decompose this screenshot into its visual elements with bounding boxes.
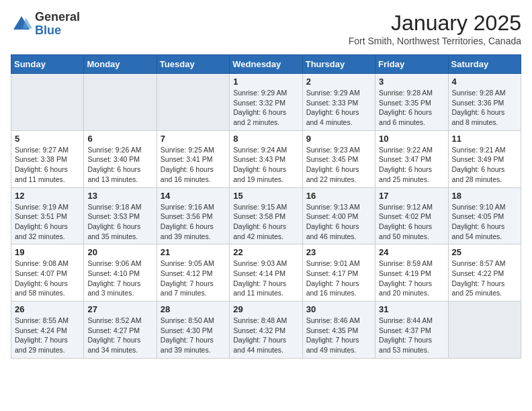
day-info: Sunrise: 8:46 AM Sunset: 4:35 PM Dayligh… xyxy=(306,316,371,355)
logo-icon xyxy=(11,13,32,35)
day-number: 6 xyxy=(87,134,152,144)
month-title: January 2025 xyxy=(349,11,521,36)
day-info: Sunrise: 9:10 AM Sunset: 4:05 PM Dayligh… xyxy=(452,202,517,242)
day-number: 10 xyxy=(379,134,444,144)
day-number: 23 xyxy=(306,247,371,257)
day-number: 8 xyxy=(233,134,298,144)
calendar-table: SundayMondayTuesdayWednesdayThursdayFrid… xyxy=(11,54,521,359)
calendar-day-cell xyxy=(11,74,84,131)
logo-blue: Blue xyxy=(35,24,80,38)
day-info: Sunrise: 8:59 AM Sunset: 4:19 PM Dayligh… xyxy=(379,259,444,298)
day-number: 27 xyxy=(87,304,152,314)
calendar-week-5: 26Sunrise: 8:55 AM Sunset: 4:24 PM Dayli… xyxy=(11,302,521,359)
day-number: 29 xyxy=(233,304,298,314)
day-number: 15 xyxy=(233,191,298,201)
calendar-day-cell: 26Sunrise: 8:55 AM Sunset: 4:24 PM Dayli… xyxy=(11,302,84,359)
calendar-day-cell: 2Sunrise: 9:29 AM Sunset: 3:33 PM Daylig… xyxy=(302,74,375,131)
calendar-day-cell: 3Sunrise: 9:28 AM Sunset: 3:35 PM Daylig… xyxy=(375,74,448,131)
day-number: 19 xyxy=(15,247,80,257)
day-number: 25 xyxy=(452,247,517,257)
day-info: Sunrise: 9:12 AM Sunset: 4:02 PM Dayligh… xyxy=(379,202,444,242)
calendar-day-cell: 12Sunrise: 9:19 AM Sunset: 3:51 PM Dayli… xyxy=(11,187,84,244)
calendar-day-cell: 13Sunrise: 9:18 AM Sunset: 3:53 PM Dayli… xyxy=(84,187,157,244)
calendar-day-cell: 24Sunrise: 8:59 AM Sunset: 4:19 PM Dayli… xyxy=(375,244,448,302)
calendar-day-cell: 17Sunrise: 9:12 AM Sunset: 4:02 PM Dayli… xyxy=(375,187,448,244)
calendar-day-cell: 10Sunrise: 9:22 AM Sunset: 3:47 PM Dayli… xyxy=(375,130,448,187)
calendar-day-cell: 30Sunrise: 8:46 AM Sunset: 4:35 PM Dayli… xyxy=(302,302,375,359)
day-info: Sunrise: 9:15 AM Sunset: 3:58 PM Dayligh… xyxy=(233,202,298,242)
day-info: Sunrise: 8:52 AM Sunset: 4:27 PM Dayligh… xyxy=(87,316,152,355)
calendar-day-cell: 31Sunrise: 8:44 AM Sunset: 4:37 PM Dayli… xyxy=(375,302,448,359)
calendar-day-cell: 9Sunrise: 9:23 AM Sunset: 3:45 PM Daylig… xyxy=(302,130,375,187)
logo-text: General Blue xyxy=(35,11,80,38)
location-title: Fort Smith, Northwest Territories, Canad… xyxy=(349,36,521,46)
calendar-day-cell: 27Sunrise: 8:52 AM Sunset: 4:27 PM Dayli… xyxy=(84,302,157,359)
calendar-day-cell: 25Sunrise: 8:57 AM Sunset: 4:22 PM Dayli… xyxy=(448,244,521,302)
calendar-day-cell: 7Sunrise: 9:25 AM Sunset: 3:41 PM Daylig… xyxy=(157,130,229,187)
day-info: Sunrise: 9:23 AM Sunset: 3:45 PM Dayligh… xyxy=(306,145,371,185)
day-number: 9 xyxy=(306,134,371,144)
page-header: General Blue January 2025 Fort Smith, No… xyxy=(11,11,521,46)
calendar-day-cell: 21Sunrise: 9:05 AM Sunset: 4:12 PM Dayli… xyxy=(157,244,229,302)
calendar-week-2: 5Sunrise: 9:27 AM Sunset: 3:38 PM Daylig… xyxy=(11,130,521,187)
day-info: Sunrise: 8:50 AM Sunset: 4:30 PM Dayligh… xyxy=(161,316,226,355)
day-info: Sunrise: 9:01 AM Sunset: 4:17 PM Dayligh… xyxy=(306,259,371,298)
calendar-day-cell: 18Sunrise: 9:10 AM Sunset: 4:05 PM Dayli… xyxy=(448,187,521,244)
calendar-day-cell xyxy=(157,74,229,131)
day-number: 24 xyxy=(379,247,444,257)
calendar-day-cell: 16Sunrise: 9:13 AM Sunset: 4:00 PM Dayli… xyxy=(302,187,375,244)
calendar-week-4: 19Sunrise: 9:08 AM Sunset: 4:07 PM Dayli… xyxy=(11,244,521,302)
day-info: Sunrise: 9:03 AM Sunset: 4:14 PM Dayligh… xyxy=(233,259,298,298)
day-number: 3 xyxy=(379,77,444,87)
day-number: 12 xyxy=(15,191,80,201)
logo-general: General xyxy=(35,11,80,24)
day-info: Sunrise: 9:29 AM Sunset: 3:33 PM Dayligh… xyxy=(306,88,371,128)
day-info: Sunrise: 8:57 AM Sunset: 4:22 PM Dayligh… xyxy=(452,259,517,298)
day-number: 30 xyxy=(306,304,371,314)
day-number: 16 xyxy=(306,191,371,201)
weekday-header-monday: Monday xyxy=(84,55,157,74)
calendar-day-cell: 1Sunrise: 9:29 AM Sunset: 3:32 PM Daylig… xyxy=(230,74,302,131)
logo: General Blue xyxy=(11,11,80,38)
day-info: Sunrise: 9:16 AM Sunset: 3:56 PM Dayligh… xyxy=(161,202,226,242)
day-number: 14 xyxy=(161,191,226,201)
calendar-day-cell xyxy=(448,302,521,359)
calendar-day-cell: 28Sunrise: 8:50 AM Sunset: 4:30 PM Dayli… xyxy=(157,302,229,359)
calendar-week-3: 12Sunrise: 9:19 AM Sunset: 3:51 PM Dayli… xyxy=(11,187,521,244)
calendar-week-1: 1Sunrise: 9:29 AM Sunset: 3:32 PM Daylig… xyxy=(11,74,521,131)
calendar-day-cell: 14Sunrise: 9:16 AM Sunset: 3:56 PM Dayli… xyxy=(157,187,229,244)
day-number: 31 xyxy=(379,304,444,314)
day-number: 2 xyxy=(306,77,371,87)
weekday-header-sunday: Sunday xyxy=(11,55,84,74)
calendar-day-cell: 6Sunrise: 9:26 AM Sunset: 3:40 PM Daylig… xyxy=(84,130,157,187)
calendar-day-cell: 5Sunrise: 9:27 AM Sunset: 3:38 PM Daylig… xyxy=(11,130,84,187)
calendar-day-cell xyxy=(84,74,157,131)
day-info: Sunrise: 9:05 AM Sunset: 4:12 PM Dayligh… xyxy=(161,259,226,298)
day-number: 5 xyxy=(15,134,80,144)
day-info: Sunrise: 9:19 AM Sunset: 3:51 PM Dayligh… xyxy=(15,202,80,242)
weekday-header-friday: Friday xyxy=(375,55,448,74)
day-info: Sunrise: 9:08 AM Sunset: 4:07 PM Dayligh… xyxy=(15,259,80,298)
weekday-header-row: SundayMondayTuesdayWednesdayThursdayFrid… xyxy=(11,55,521,74)
weekday-header-saturday: Saturday xyxy=(448,55,521,74)
day-number: 17 xyxy=(379,191,444,201)
weekday-header-wednesday: Wednesday xyxy=(230,55,302,74)
day-info: Sunrise: 8:55 AM Sunset: 4:24 PM Dayligh… xyxy=(15,316,80,355)
day-info: Sunrise: 9:24 AM Sunset: 3:43 PM Dayligh… xyxy=(233,145,298,185)
day-number: 20 xyxy=(87,247,152,257)
day-info: Sunrise: 9:13 AM Sunset: 4:00 PM Dayligh… xyxy=(306,202,371,242)
day-info: Sunrise: 9:21 AM Sunset: 3:49 PM Dayligh… xyxy=(452,145,517,185)
day-info: Sunrise: 9:29 AM Sunset: 3:32 PM Dayligh… xyxy=(233,88,298,128)
title-area: January 2025 Fort Smith, Northwest Terri… xyxy=(349,11,521,46)
day-number: 21 xyxy=(161,247,226,257)
day-number: 4 xyxy=(452,77,517,87)
day-number: 7 xyxy=(161,134,226,144)
day-info: Sunrise: 9:28 AM Sunset: 3:35 PM Dayligh… xyxy=(379,88,444,128)
day-info: Sunrise: 9:22 AM Sunset: 3:47 PM Dayligh… xyxy=(379,145,444,185)
weekday-header-thursday: Thursday xyxy=(302,55,375,74)
day-info: Sunrise: 9:28 AM Sunset: 3:36 PM Dayligh… xyxy=(452,88,517,128)
day-number: 11 xyxy=(452,134,517,144)
calendar-day-cell: 15Sunrise: 9:15 AM Sunset: 3:58 PM Dayli… xyxy=(230,187,302,244)
calendar-day-cell: 19Sunrise: 9:08 AM Sunset: 4:07 PM Dayli… xyxy=(11,244,84,302)
day-info: Sunrise: 8:44 AM Sunset: 4:37 PM Dayligh… xyxy=(379,316,444,355)
